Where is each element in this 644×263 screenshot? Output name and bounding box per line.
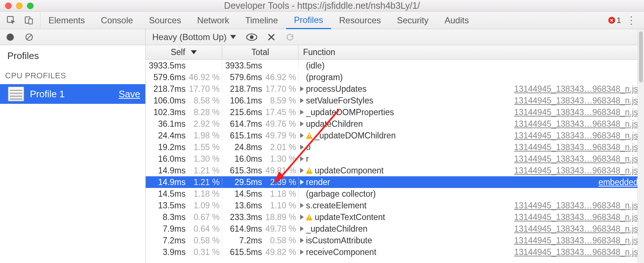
- source-link[interactable]: 13144945_138343…968348_n.js:: [514, 119, 644, 129]
- disclosure-triangle-icon[interactable]: [300, 226, 304, 231]
- total-pct: 2.39 %: [264, 177, 298, 187]
- function-name: _updateChildren: [306, 224, 368, 234]
- table-row[interactable]: 3.9ms0.31 %615.5ms49.82 %receiveComponen…: [146, 246, 644, 258]
- disclosure-triangle-icon[interactable]: [300, 238, 304, 243]
- table-row[interactable]: 14.5ms1.18 %14.5ms1.18 %(garbage collect…: [146, 188, 644, 200]
- kebab-menu-icon[interactable]: ⋮: [626, 14, 637, 26]
- total-pct: 49.79 %: [264, 131, 298, 141]
- source-link[interactable]: 13144945_138343…968348_n.js:: [514, 236, 644, 246]
- function-name: (idle): [306, 61, 325, 71]
- tab-security[interactable]: Security: [389, 12, 437, 29]
- tab-audits[interactable]: Audits: [436, 12, 477, 29]
- source-link[interactable]: 13144945_138343…968348_n.js:: [514, 131, 644, 141]
- self-pct: 8.28 %: [188, 107, 222, 117]
- table-row[interactable]: 106.0ms8.58 %106.1ms8.59 %setValueForSty…: [146, 95, 644, 106]
- source-link[interactable]: 13144945_138343…968348_n.js:: [514, 96, 644, 106]
- disclosure-triangle-icon[interactable]: [300, 203, 304, 208]
- tab-profiles[interactable]: Profiles: [286, 12, 331, 29]
- disclosure-triangle-icon[interactable]: [300, 133, 304, 138]
- source-link[interactable]: 13144945_138343…968348_n.js:: [514, 247, 644, 257]
- svg-point-6: [250, 35, 254, 39]
- source-link[interactable]: 13144945_138343…968348_n.js:: [514, 212, 644, 222]
- tab-resources[interactable]: Resources: [331, 12, 389, 29]
- col-header-function-label: Function: [303, 47, 335, 57]
- tab-sources[interactable]: Sources: [141, 12, 189, 29]
- source-link[interactable]: 13144945_138343…968348_n.js:: [514, 201, 644, 211]
- self-ms: 218.7ms: [146, 84, 188, 94]
- self-pct: 8.58 %: [188, 96, 222, 106]
- col-header-total[interactable]: Total: [222, 45, 299, 59]
- table-row[interactable]: 8.3ms0.67 %233.3ms18.89 %updateTextConte…: [146, 211, 644, 223]
- function-name: processUpdates: [306, 84, 366, 94]
- table-row[interactable]: 218.7ms17.70 %218.7ms17.70 %processUpdat…: [146, 83, 644, 95]
- eye-icon[interactable]: [246, 33, 257, 41]
- sidebar-heading: Profiles: [0, 45, 145, 64]
- disclosure-triangle-icon[interactable]: [300, 215, 304, 220]
- function-cell: _updateDOMChildren13144945_138343…968348…: [299, 131, 644, 141]
- table-row[interactable]: 19.2ms1.55 %24.8ms2.01 %o13144945_138343…: [146, 141, 644, 153]
- tab-console[interactable]: Console: [93, 12, 141, 29]
- disclosure-triangle-icon[interactable]: [300, 156, 304, 161]
- svg-rect-2: [29, 19, 32, 24]
- source-link[interactable]: 13144945_138343…968348_n.js:: [514, 142, 644, 152]
- function-name: updateTextContent: [315, 212, 385, 222]
- error-count: 1: [617, 16, 621, 25]
- source-link[interactable]: 13144945_138343…968348_n.js:: [514, 107, 644, 117]
- source-link[interactable]: 13144945_138343…968348_n.js:: [514, 224, 644, 234]
- function-name: isCustomAttribute: [306, 236, 372, 246]
- table-row[interactable]: 24.4ms1.98 %615.1ms49.79 %_updateDOMChil…: [146, 130, 644, 141]
- inspect-element-icon[interactable]: [7, 16, 16, 25]
- total-ms: 3933.5ms: [222, 61, 264, 71]
- record-icon[interactable]: [7, 34, 14, 41]
- total-ms: 615.1ms: [222, 131, 264, 141]
- table-row[interactable]: 579.6ms46.92 %579.6ms46.92 %(program): [146, 71, 644, 83]
- source-link[interactable]: 13144945_138343…968348_n.js:: [514, 154, 644, 164]
- device-mode-icon[interactable]: [24, 16, 34, 25]
- scrollbar-thumb[interactable]: [639, 31, 643, 82]
- vertical-scrollbar[interactable]: [637, 29, 644, 263]
- total-pct: 1.30 %: [264, 154, 298, 164]
- table-row[interactable]: 3933.5ms3933.5ms(idle): [146, 60, 644, 71]
- table-row[interactable]: 102.3ms8.28 %215.6ms17.45 %_updateDOMPro…: [146, 106, 644, 118]
- close-icon[interactable]: [267, 33, 275, 41]
- sidebar-item-profile[interactable]: Profile 1 Save: [0, 84, 145, 104]
- disclosure-triangle-icon[interactable]: [300, 110, 304, 115]
- error-count-badge[interactable]: 1: [608, 16, 621, 25]
- table-row[interactable]: 13.5ms1.09 %13.6ms1.10 %s.createElement1…: [146, 200, 644, 211]
- disclosure-triangle-icon[interactable]: [300, 180, 304, 185]
- tab-network[interactable]: Network: [189, 12, 237, 29]
- self-ms: 16.0ms: [146, 154, 188, 164]
- table-row[interactable]: 7.9ms0.64 %614.9ms49.78 %_updateChildren…: [146, 223, 644, 235]
- self-ms: 14.9ms: [146, 177, 188, 187]
- self-pct: 1.18 %: [188, 189, 222, 199]
- clear-icon[interactable]: [25, 33, 34, 42]
- source-link[interactable]: 13144945_138343…968348_n.js:: [514, 84, 644, 94]
- disclosure-triangle-icon[interactable]: [300, 168, 304, 173]
- function-cell: _updateChildren13144945_138343…968348_n.…: [299, 224, 644, 234]
- col-header-function[interactable]: Function: [299, 45, 644, 59]
- disclosure-triangle-icon[interactable]: [300, 121, 304, 126]
- table-row[interactable]: 14.9ms1.21 %29.5ms2.39 %renderembedded:: [146, 176, 644, 188]
- table-row[interactable]: 14.9ms1.21 %615.3ms49.81 %updateComponen…: [146, 165, 644, 176]
- disclosure-triangle-icon[interactable]: [300, 98, 304, 103]
- source-link[interactable]: 13144945_138343…968348_n.js:: [514, 166, 644, 176]
- reload-icon[interactable]: [286, 33, 294, 42]
- disclosure-triangle-icon[interactable]: [300, 86, 304, 91]
- table-row[interactable]: 36.1ms2.92 %614.7ms49.76 %updateChildren…: [146, 118, 644, 130]
- function-cell: r13144945_138343…968348_n.js:: [299, 154, 644, 164]
- disclosure-triangle-icon[interactable]: [300, 250, 304, 255]
- table-row[interactable]: 16.0ms1.30 %16.0ms1.30 %r13144945_138343…: [146, 153, 644, 165]
- sidebar-item-save[interactable]: Save: [119, 89, 140, 100]
- tab-timeline[interactable]: Timeline: [237, 12, 286, 29]
- total-pct: 46.92 %: [264, 72, 298, 82]
- disclosure-triangle-icon[interactable]: [300, 145, 304, 150]
- view-mode-dropdown[interactable]: Heavy (Bottom Up): [152, 32, 236, 42]
- table-row[interactable]: 7.2ms0.58 %7.2ms0.58 %isCustomAttribute1…: [146, 235, 644, 246]
- function-cell: (program): [299, 72, 644, 82]
- total-pct: 1.10 %: [264, 201, 298, 211]
- tab-elements[interactable]: Elements: [40, 12, 93, 29]
- col-header-self-label: Self: [171, 47, 185, 57]
- view-mode-label: Heavy (Bottom Up): [152, 32, 227, 42]
- function-cell: updateChildren13144945_138343…968348_n.j…: [299, 119, 644, 129]
- col-header-self[interactable]: Self: [146, 45, 222, 59]
